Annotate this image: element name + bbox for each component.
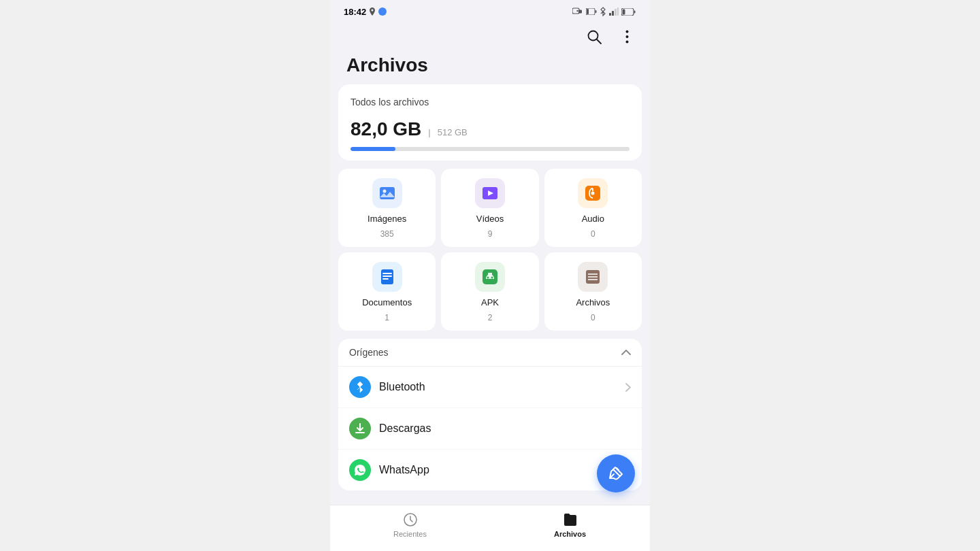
svg-rect-8 (612, 11, 614, 16)
svg-point-16 (625, 31, 628, 33)
category-videos[interactable]: Vídeos 9 (441, 169, 538, 247)
storage-bar (350, 147, 630, 151)
signal-icon (609, 7, 619, 16)
apk-icon-wrap (475, 262, 505, 292)
bottom-nav: Recientes Archivos (330, 505, 650, 551)
archivos-cat-name: Archivos (576, 297, 610, 307)
svg-rect-7 (609, 13, 611, 16)
imagenes-count: 385 (380, 229, 394, 239)
apk-icon (481, 268, 499, 286)
bluetooth-inner-icon (355, 381, 365, 393)
vpn-icon (572, 7, 583, 16)
documentos-icon-wrap (372, 262, 402, 292)
svg-point-23 (591, 192, 595, 195)
storage-separator: | (428, 127, 430, 137)
archivos-nav-icon (562, 512, 578, 528)
bluetooth-chevron-icon (625, 383, 631, 392)
storage-bar-fill (350, 147, 395, 151)
page-title: Archivos (330, 52, 650, 84)
svg-rect-10 (617, 7, 619, 16)
svg-rect-25 (381, 269, 393, 284)
svg-rect-2 (578, 10, 582, 14)
whatsapp-inner-icon (354, 464, 366, 476)
more-options-button[interactable] (615, 24, 639, 49)
videos-name: Vídeos (476, 214, 504, 224)
category-grid: Imágenes 385 Vídeos 9 (338, 169, 642, 331)
svg-line-15 (597, 39, 601, 44)
status-icons (572, 7, 636, 16)
svg-point-3 (576, 10, 578, 12)
status-left: 18:42 (344, 7, 387, 17)
origins-section: Orígenes Bluetooth (338, 339, 642, 490)
recientes-icon (402, 512, 419, 528)
audio-icon (584, 184, 602, 202)
battery-icon (586, 8, 597, 15)
category-apk[interactable]: APK 2 (441, 252, 538, 331)
storage-used: 82,0 GB (350, 118, 421, 140)
svg-point-0 (378, 7, 387, 16)
battery-level-icon (621, 8, 636, 16)
audio-icon-wrap (578, 178, 608, 208)
clean-icon (607, 465, 625, 482)
nav-recientes[interactable]: Recientes (330, 512, 490, 538)
scroll-area: Todos los archivos 82,0 GB | 512 GB (330, 84, 650, 505)
svg-point-18 (625, 41, 628, 44)
origins-title: Orígenes (349, 347, 389, 358)
storage-size-row: 82,0 GB | 512 GB (350, 118, 630, 140)
fab-button[interactable] (597, 454, 635, 492)
videos-icon (481, 184, 499, 202)
svg-point-17 (625, 35, 628, 38)
category-imagenes[interactable]: Imágenes 385 (338, 169, 436, 247)
download-icon (355, 423, 365, 434)
svg-rect-12 (634, 10, 636, 13)
search-icon (587, 29, 602, 44)
descargas-icon (349, 418, 371, 439)
audio-name: Audio (582, 214, 604, 224)
status-bar: 18:42 (330, 0, 650, 22)
bluetooth-status-icon (600, 7, 606, 16)
svg-rect-9 (615, 9, 617, 16)
category-archivos[interactable]: Archivos 0 (544, 252, 642, 331)
location-icon (369, 7, 376, 16)
documentos-count: 1 (385, 313, 389, 322)
audio-count: 0 (591, 229, 595, 239)
svg-rect-5 (595, 10, 597, 13)
imagenes-icon (378, 184, 396, 202)
alert-icon (378, 7, 387, 16)
descargas-name: Descargas (379, 422, 631, 435)
svg-rect-19 (380, 187, 395, 199)
search-button[interactable] (582, 24, 606, 49)
svg-point-31 (491, 277, 493, 279)
bluetooth-name: Bluetooth (379, 381, 625, 393)
storage-label: Todos los archivos (350, 97, 630, 107)
origin-whatsapp[interactable]: WhatsApp (338, 450, 642, 490)
category-audio[interactable]: Audio 0 (544, 169, 642, 247)
archivos-count: 0 (591, 313, 595, 322)
nav-archivos-label: Archivos (554, 530, 586, 538)
whatsapp-name: WhatsApp (379, 464, 625, 476)
whatsapp-icon (349, 459, 371, 481)
videos-count: 9 (488, 229, 493, 239)
documentos-icon (378, 268, 396, 286)
storage-total: 512 GB (438, 127, 468, 137)
documentos-name: Documentos (362, 297, 412, 307)
nav-archivos[interactable]: Archivos (490, 512, 650, 538)
category-documentos[interactable]: Documentos 1 (338, 252, 436, 331)
origin-bluetooth[interactable]: Bluetooth (338, 367, 642, 408)
more-options-icon (625, 30, 629, 44)
apk-name: APK (481, 297, 499, 307)
svg-point-20 (382, 190, 386, 193)
storage-card[interactable]: Todos los archivos 82,0 GB | 512 GB (338, 84, 642, 161)
svg-point-30 (487, 277, 489, 279)
archivos-icon-wrap (578, 262, 608, 292)
archivos-icon (584, 268, 602, 286)
nav-recientes-label: Recientes (393, 530, 427, 538)
origins-chevron-icon (621, 350, 631, 356)
origins-header[interactable]: Orígenes (338, 339, 642, 366)
top-action-bar (330, 22, 650, 52)
status-time: 18:42 (344, 7, 366, 17)
origin-descargas[interactable]: Descargas (338, 408, 642, 450)
bluetooth-icon (349, 376, 371, 398)
imagenes-icon-wrap (372, 178, 402, 208)
imagenes-name: Imágenes (368, 214, 406, 224)
